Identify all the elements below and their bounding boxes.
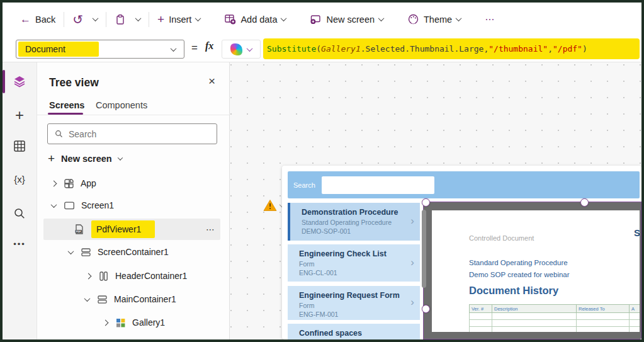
gallery-item-subtitle: Form (299, 260, 315, 268)
tree-item-more-button[interactable]: ⋯ (206, 224, 220, 234)
tree-item-app[interactable]: App (43, 173, 220, 194)
chevron-down-icon (195, 15, 201, 21)
toolbar-divider (64, 12, 64, 27)
tab-screens[interactable]: Screens (49, 100, 84, 110)
search-icon (54, 129, 64, 139)
design-canvas[interactable]: Search Demonstration Procedure Standard … (230, 62, 641, 339)
theme-palette-icon (407, 13, 419, 25)
chevron-down-icon (93, 15, 99, 21)
chevron-down-icon[interactable] (51, 202, 57, 208)
gallery-item-code: DEMO-SOP-001 (302, 227, 351, 235)
chevron-down-icon[interactable] (84, 295, 91, 302)
tree-item-headercontainer1[interactable]: HeaderContainer1 (43, 265, 220, 287)
chevron-down-icon (378, 15, 385, 21)
insert-button[interactable]: + Insert (157, 13, 200, 26)
gallery-item[interactable]: Demonstration Procedure Standard Operati… (288, 203, 420, 241)
tree-item-screen1[interactable]: Screen1 (43, 195, 220, 216)
app-preview[interactable]: Search Demonstration Procedure Standard … (282, 166, 641, 339)
rail-tree-view-button[interactable] (3, 74, 37, 91)
chevron-right-icon: › (410, 336, 414, 339)
toolbar-more-button[interactable]: ⋯ (485, 14, 495, 25)
tree-item-label: Gallery1 (132, 317, 165, 328)
warning-indicator[interactable] (263, 199, 285, 212)
chevron-down-icon (171, 45, 177, 52)
rail-search-button[interactable] (3, 207, 37, 223)
selection-handle-left-middle[interactable] (422, 305, 430, 313)
add-data-button[interactable]: Add data (224, 13, 286, 25)
app-icon (64, 178, 74, 189)
chevron-right-icon[interactable] (103, 319, 109, 326)
formula-segment: , (483, 44, 489, 54)
copilot-menu-button[interactable] (222, 40, 261, 59)
table-row (469, 327, 640, 332)
selection-handle-top-left[interactable] (422, 198, 430, 207)
screen-icon (64, 200, 75, 211)
back-arrow-icon: ← (20, 13, 31, 26)
warning-triangle-icon (263, 199, 277, 212)
plus-icon: + (157, 13, 164, 26)
table-header-cell: Description (492, 304, 576, 313)
paste-menu-button[interactable] (136, 17, 140, 21)
formula-segment: ( (316, 44, 321, 54)
tree-item-gallery1[interactable]: Gallery1 (43, 312, 220, 333)
theme-label: Theme (424, 14, 452, 25)
table-row (469, 320, 640, 327)
clipboard-icon (115, 14, 126, 25)
rail-data-button[interactable] (3, 139, 37, 156)
rail-more-button[interactable]: ••• (3, 239, 37, 249)
pdf-viewer-control[interactable]: Controlled Document S Standard Operating… (423, 202, 641, 339)
chevron-down-icon[interactable] (68, 248, 74, 254)
app-search-input[interactable] (322, 176, 434, 194)
back-button[interactable]: ← Back (20, 13, 55, 26)
divider (37, 115, 229, 115)
tree-search-box[interactable] (47, 123, 217, 144)
new-screen-tree-button[interactable]: + New screen (48, 152, 122, 164)
selection-handle-top-middle[interactable] (580, 198, 589, 207)
tree-item-label: ScreenContainer1 (98, 247, 169, 257)
formula-input[interactable]: Substitute(Gallery1.Selected.Thumbnail.L… (263, 38, 640, 59)
chevron-right-icon[interactable] (51, 180, 57, 186)
powerapps-studio-window: ← Back ↺ + Insert (0, 0, 644, 342)
horizontal-container-icon (98, 271, 109, 282)
gallery-item-title: Confined spaces (299, 329, 362, 338)
left-navigation-rail: + {x} ••• (3, 62, 37, 339)
pdf-clipped-text: S (634, 227, 640, 238)
tab-components[interactable]: Components (96, 100, 147, 110)
tree-item-label: App (81, 178, 96, 188)
gallery-item-code: ENG-CL-001 (299, 269, 337, 276)
rail-insert-button[interactable]: + (3, 106, 37, 124)
chevron-down-icon (135, 15, 142, 21)
fx-icon: fx (205, 40, 213, 52)
vertical-container-icon (97, 294, 108, 305)
gallery-item[interactable]: Engineering Check List Form ENG-CL-001 › (288, 244, 420, 282)
table-header-cell: Ver. # (469, 304, 492, 313)
tree-item-screencontainer1[interactable]: ScreenContainer1 (43, 241, 220, 263)
close-icon[interactable]: × (208, 75, 215, 87)
chevron-down-icon (456, 15, 462, 21)
tree-item-maincontainer1[interactable]: MainContainer1 (43, 288, 220, 310)
undo-menu-button[interactable] (93, 17, 98, 21)
layers-icon (12, 74, 27, 89)
pdf-page: Controlled Document S Standard Operating… (432, 210, 640, 332)
paste-button[interactable] (115, 14, 126, 25)
gallery-item[interactable]: Confined spaces Standard Operating Proce… (288, 324, 420, 339)
gallery-item-code: ENG-FM-001 (299, 311, 338, 318)
gallery-scrollbar[interactable] (422, 210, 426, 288)
search-input[interactable] (69, 129, 195, 139)
undo-button[interactable]: ↺ (72, 13, 83, 26)
app-header-bar: Search (288, 171, 640, 198)
rail-variables-button[interactable]: {x} (3, 174, 37, 185)
tree-item-pdfviewer1[interactable]: PDF PdfViewer1 ⋯ (43, 219, 220, 240)
svg-text:PDF: PDF (76, 231, 81, 233)
gallery-item[interactable]: Engineering Request Form Form ENG-FM-001… (288, 286, 420, 320)
theme-button[interactable]: Theme (407, 13, 461, 25)
property-selector[interactable]: Document (16, 40, 184, 59)
app-search-label: Search (293, 181, 315, 189)
table-header-cell: Released To (576, 304, 629, 313)
vertical-container-icon (81, 247, 91, 258)
data-table-icon (13, 139, 26, 153)
chevron-down-icon (117, 155, 122, 160)
new-screen-button[interactable]: New screen (310, 13, 383, 25)
chevron-right-icon[interactable] (86, 273, 92, 279)
gallery-item-subtitle: Form (299, 302, 315, 309)
